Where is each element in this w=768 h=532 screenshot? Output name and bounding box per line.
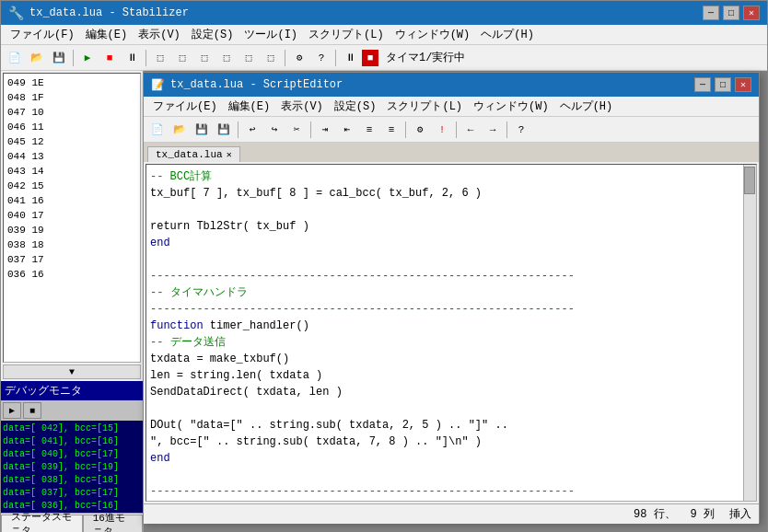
left-panel: 049 1E 048 1F 047 10 046 11 045 12 044 1… <box>1 71 144 532</box>
toolbar-stop2[interactable]: ■ <box>362 50 378 66</box>
script-tb-open[interactable]: 📂 <box>169 120 190 140</box>
list-item: 037 17 <box>6 252 138 267</box>
toolbar-sep4 <box>335 50 336 66</box>
main-menu-bar: ファイル(F) 編集(E) 表示(V) 設定(S) ツール(I) スクリプト(L… <box>1 25 767 45</box>
code-line: return Tbl2Str( tx_buf ) <box>150 218 739 235</box>
script-tb-error[interactable]: ! <box>432 120 452 140</box>
script-tb-compile[interactable]: ⚙ <box>410 120 430 140</box>
code-line: -- BCC計算 <box>150 168 739 185</box>
script-tb-indent[interactable]: ⇥ <box>315 120 335 140</box>
list-item: 047 10 <box>6 105 138 120</box>
menu-tools[interactable]: ツール(I) <box>239 25 303 44</box>
file-tab-close-btn[interactable]: ✕ <box>227 149 232 160</box>
script-menu-file[interactable]: ファイル(E) <box>147 97 223 116</box>
toolbar-run[interactable]: ▶ <box>77 48 98 68</box>
script-editor-inner: ファイル(E) 編集(E) 表示(V) 設定(S) スクリプト(L) ウィンドウ… <box>144 97 759 524</box>
menu-edit[interactable]: 編集(E) <box>80 25 134 44</box>
code-line: SendDataDirect( txdata, len ) <box>150 384 739 400</box>
log-line: data=[ 041], bcc=[16] <box>3 435 141 448</box>
script-tb-align[interactable]: ≡ <box>359 120 379 140</box>
toolbar-new[interactable]: 📄 <box>5 48 25 68</box>
script-tb-nav2[interactable]: → <box>483 120 503 140</box>
script-tb-save[interactable]: 💾 <box>192 120 212 140</box>
toolbar-btn6[interactable]: ⬚ <box>216 48 237 68</box>
log-line: data=[ 039], bcc=[19] <box>3 461 141 474</box>
list-item: 040 17 <box>6 208 138 223</box>
toolbar-help[interactable]: ? <box>311 48 332 68</box>
code-content[interactable]: -- BCC計算 tx_buf[ 7 ], tx_buf[ 8 ] = cal_… <box>146 165 743 501</box>
toolbar-btn7[interactable]: ⬚ <box>239 48 259 68</box>
tab-status-monitor[interactable]: ステータスモニタ <box>1 515 83 532</box>
script-menu-window[interactable]: ウィンドウ(W) <box>468 97 554 116</box>
script-menu-settings[interactable]: 設定(S) <box>329 97 382 116</box>
toolbar-settings[interactable]: ⚙ <box>289 48 309 68</box>
app-icon: 🔧 <box>8 6 24 21</box>
code-editor-area[interactable]: -- BCC計算 tx_buf[ 7 ], tx_buf[ 8 ] = cal_… <box>145 164 757 502</box>
script-menu-script[interactable]: スクリプト(L) <box>381 97 468 116</box>
script-tb-save2[interactable]: 💾 <box>214 120 234 140</box>
script-menu-bar: ファイル(E) 編集(E) 表示(V) 設定(S) スクリプト(L) ウィンドウ… <box>144 97 759 117</box>
vertical-scrollbar[interactable] <box>743 165 756 501</box>
log-line: data=[ 040], bcc=[17] <box>3 448 141 461</box>
code-line: ----------------------------------------… <box>150 268 739 284</box>
menu-settings[interactable]: 設定(S) <box>186 25 239 44</box>
debug-btn2[interactable]: ■ <box>23 402 41 419</box>
code-line <box>150 202 739 218</box>
debug-btn1[interactable]: ▶ <box>3 402 21 419</box>
script-tb-align2[interactable]: ≡ <box>381 120 401 140</box>
main-minimize-btn[interactable]: ─ <box>703 6 719 20</box>
script-tb-undo[interactable]: ↩ <box>242 120 262 140</box>
script-maximize-btn[interactable]: □ <box>715 77 731 92</box>
list-item: 042 15 <box>6 179 138 193</box>
toolbar-btn4[interactable]: ⬚ <box>172 48 192 68</box>
main-close-btn[interactable]: ✕ <box>743 6 760 20</box>
main-titlebar-buttons: ─ □ ✕ <box>703 6 760 20</box>
status-mode: 挿入 <box>729 506 751 522</box>
code-line: ", bcc=[" .. string.sub( txdata, 7, 8 ) … <box>150 434 739 450</box>
toolbar-save[interactable]: 💾 <box>49 48 69 68</box>
status-row: 98 行、 <box>634 506 676 522</box>
script-editor-window: 📝 tx_data.lua - ScriptEditor ─ □ ✕ ファイル(… <box>143 72 760 523</box>
file-tab[interactable]: tx_data.lua ✕ <box>147 146 240 162</box>
log-line: data=[ 042], bcc=[15] <box>3 422 141 435</box>
script-tb-cut[interactable]: ✂ <box>286 120 307 140</box>
main-maximize-btn[interactable]: □ <box>723 6 739 20</box>
scroll-down-arrow[interactable]: ▼ <box>3 364 141 379</box>
menu-view[interactable]: 表示(V) <box>133 25 186 44</box>
code-line: -- データ送信 <box>150 334 739 351</box>
toolbar-btn3[interactable]: ⬚ <box>150 48 170 68</box>
script-sep1 <box>238 121 239 138</box>
scrollbar-thumb[interactable] <box>744 167 755 194</box>
menu-window[interactable]: ウィンドウ(W) <box>390 25 476 44</box>
script-sep4 <box>456 121 457 138</box>
list-item: 038 18 <box>6 237 138 252</box>
script-tb-outdent[interactable]: ⇤ <box>337 120 357 140</box>
toolbar-pause[interactable]: ⏸ <box>122 48 142 68</box>
list-item: 039 19 <box>6 223 138 237</box>
script-sep2 <box>310 121 311 138</box>
tab-hex-monitor[interactable]: 16進モニタ <box>83 515 143 532</box>
menu-help[interactable]: ヘルプ(H) <box>475 25 540 44</box>
menu-file[interactable]: ファイル(F) <box>5 25 80 44</box>
toolbar-pause2[interactable]: ⏸ <box>340 48 360 68</box>
script-menu-view[interactable]: 表示(V) <box>275 97 329 116</box>
script-tb-nav1[interactable]: ← <box>460 120 481 140</box>
list-item: 046 11 <box>6 120 138 134</box>
script-tb-redo[interactable]: ↪ <box>264 120 285 140</box>
toolbar-btn5[interactable]: ⬚ <box>194 48 215 68</box>
script-minimize-btn[interactable]: ─ <box>694 77 711 92</box>
script-tb-new[interactable]: 📄 <box>147 120 168 140</box>
log-line: data=[ 038], bcc=[18] <box>3 474 141 487</box>
script-menu-edit[interactable]: 編集(E) <box>223 97 276 116</box>
script-editor-icon: 📝 <box>151 78 165 92</box>
debug-label: デバッグモニタ <box>5 383 82 399</box>
script-tb-help[interactable]: ? <box>511 120 531 140</box>
toolbar-stop[interactable]: ■ <box>99 48 120 68</box>
main-titlebar: 🔧 tx_data.lua - Stabilizer ─ □ ✕ <box>1 1 767 25</box>
toolbar-open[interactable]: 📂 <box>27 48 47 68</box>
code-line: -- タイマハンドラ <box>150 284 739 301</box>
toolbar-btn8[interactable]: ⬚ <box>261 48 281 68</box>
menu-script[interactable]: スクリプト(L) <box>303 25 390 44</box>
script-menu-help[interactable]: ヘルプ(H) <box>554 97 619 116</box>
script-close-btn[interactable]: ✕ <box>735 77 751 92</box>
